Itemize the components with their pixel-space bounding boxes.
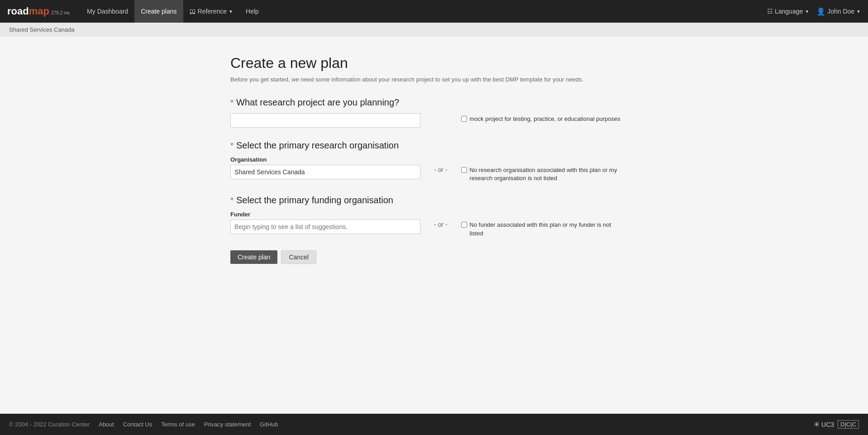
footer-terms-of-use[interactable]: Terms of use — [161, 421, 195, 428]
cancel-button[interactable]: Cancel — [281, 250, 316, 264]
project-name-input[interactable] — [230, 113, 420, 128]
nav-create-plans[interactable]: Create plans — [134, 0, 183, 23]
timing-label: 279.2 ms — [51, 10, 70, 15]
form-container: Create a new plan Before you get started… — [230, 55, 638, 264]
mock-checkbox[interactable] — [461, 116, 467, 122]
funder-input-col: Funder — [230, 211, 420, 234]
organisation-input-col: Organisation — [230, 156, 420, 179]
footer-copyright: © 2004 - 2022 Curation Center — [9, 421, 90, 428]
organisation-label: Organisation — [230, 156, 420, 163]
footer-privacy-statement[interactable]: Privacy statement — [204, 421, 251, 428]
reference-dropdown-arrow: ▼ — [229, 9, 233, 14]
organisation-required-star: * — [230, 141, 234, 151]
funder-label: Funder — [230, 211, 420, 218]
subtitle: Before you get started, we need some inf… — [230, 76, 638, 83]
user-icon: 👤 — [816, 7, 825, 16]
snowflake-icon: ✳ — [814, 420, 820, 429]
user-dropdown-arrow: ▼ — [856, 9, 861, 14]
project-required-star: * — [230, 98, 234, 108]
main-nav: roadmap 279.2 ms My Dashboard Create pla… — [0, 0, 868, 23]
nav-links: My Dashboard Create plans 🕮 Reference ▼ … — [81, 0, 767, 23]
breadcrumb: Shared Services Canada — [0, 23, 868, 37]
language-icon: ☷ — [767, 8, 773, 15]
no-funder-checkbox-area: No funder associated with this plan or m… — [461, 221, 624, 237]
funding-field-row: Funder - or - No funder associated with … — [230, 211, 638, 237]
dcc-logo: D|C|C — [838, 420, 859, 429]
nav-reference[interactable]: 🕮 Reference ▼ — [183, 0, 240, 23]
footer-contact-us[interactable]: Contact Us — [123, 421, 152, 428]
book-icon: 🕮 — [190, 8, 196, 15]
funding-required-star: * — [230, 196, 234, 206]
main-content: Create a new plan Before you get started… — [0, 37, 868, 414]
no-org-checkbox[interactable] — [461, 167, 467, 173]
nav-my-dashboard[interactable]: My Dashboard — [81, 0, 134, 23]
mock-checkbox-label[interactable]: mock project for testing, practice, or e… — [470, 115, 620, 123]
organisation-section-title: * Select the primary research organisati… — [230, 140, 638, 151]
funder-input[interactable] — [230, 220, 420, 234]
nav-help[interactable]: Help — [239, 0, 265, 23]
funding-or-sep: - or - — [429, 221, 452, 228]
no-org-checkbox-area: No research organisation associated with… — [461, 166, 624, 182]
project-section: * What research project are you planning… — [230, 97, 638, 128]
nav-right: ☷ Language ▼ 👤 John Doe ▼ — [767, 7, 861, 16]
project-field-row: - or - mock project for testing, practic… — [230, 113, 638, 128]
organisation-or-sep: - or - — [429, 166, 452, 173]
project-input-col — [230, 113, 420, 128]
no-org-checkbox-label[interactable]: No research organisation associated with… — [470, 166, 624, 182]
logo-map: map — [29, 5, 49, 17]
page-title: Create a new plan — [230, 55, 638, 72]
project-section-title: * What research project are you planning… — [230, 97, 638, 108]
mock-checkbox-area: mock project for testing, practice, or e… — [461, 115, 620, 123]
user-menu[interactable]: 👤 John Doe ▼ — [816, 7, 861, 16]
funding-section-title: * Select the primary funding organisatio… — [230, 195, 638, 206]
footer-left: © 2004 - 2022 Curation Center About Cont… — [9, 421, 278, 428]
funding-section: * Select the primary funding organisatio… — [230, 195, 638, 237]
uc3-logo: ✳ UC3 — [814, 420, 834, 429]
no-funder-checkbox[interactable] — [461, 222, 467, 228]
footer-right: ✳ UC3 D|C|C — [814, 420, 859, 429]
language-selector[interactable]: ☷ Language ▼ — [767, 8, 809, 15]
no-funder-checkbox-label[interactable]: No funder associated with this plan or m… — [470, 221, 624, 237]
logo-road: road — [7, 5, 29, 17]
organisation-section: * Select the primary research organisati… — [230, 140, 638, 182]
footer: © 2004 - 2022 Curation Center About Cont… — [0, 414, 868, 435]
create-plan-button[interactable]: Create plan — [230, 250, 277, 264]
breadcrumb-link[interactable]: Shared Services Canada — [9, 26, 75, 33]
footer-github[interactable]: GitHub — [260, 421, 278, 428]
logo[interactable]: roadmap 279.2 ms — [7, 5, 70, 17]
organisation-field-row: Organisation - or - No research organisa… — [230, 156, 638, 182]
organisation-input[interactable] — [230, 165, 420, 179]
button-row: Create plan Cancel — [230, 250, 638, 264]
language-dropdown-arrow: ▼ — [805, 9, 809, 14]
footer-about[interactable]: About — [99, 421, 114, 428]
